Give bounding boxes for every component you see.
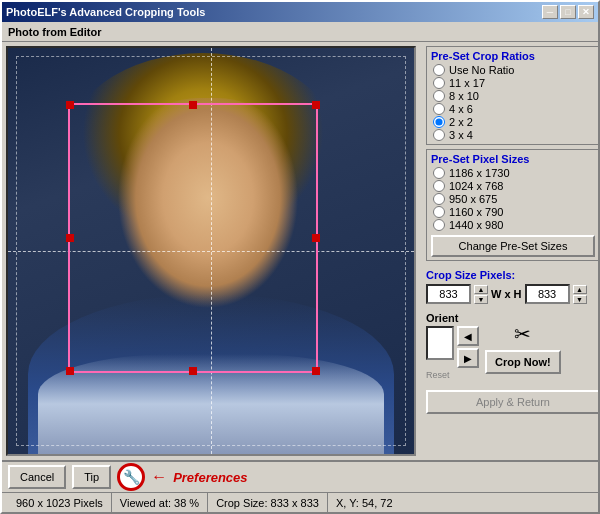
pixel-1160x790[interactable]: 1160 x 790 (433, 206, 595, 218)
orient-right-btn[interactable]: ▶ (457, 348, 479, 368)
pixel-1024x768-label: 1024 x 768 (449, 180, 503, 192)
status-crop-size: Crop Size: 833 x 833 (208, 493, 328, 512)
scissors-icon: ✂ (514, 322, 531, 346)
status-xy: X, Y: 54, 72 (328, 493, 401, 512)
subtitle-bar: Photo from Editor (2, 22, 598, 42)
cancel-button[interactable]: Cancel (8, 465, 66, 489)
pixel-1186x1730-input[interactable] (433, 167, 445, 179)
ratio-3x4[interactable]: 3 x 4 (433, 129, 595, 141)
crop-now-area: ✂ Crop Now! (485, 322, 561, 374)
preferences-arrow-icon: ← (151, 468, 167, 486)
handle-mid-right[interactable] (312, 234, 320, 242)
ratio-2x2-input[interactable] (433, 116, 445, 128)
ratio-3x4-label: 3 x 4 (449, 129, 473, 141)
pixel-950x675[interactable]: 950 x 675 (433, 193, 595, 205)
preset-pixels-section: Pre-Set Pixel Sizes 1186 x 1730 1024 x 7… (426, 149, 598, 261)
ratio-11x17[interactable]: 11 x 17 (433, 77, 595, 89)
ratio-11x17-input[interactable] (433, 77, 445, 89)
change-preset-btn[interactable]: Change Pre-Set Sizes (431, 235, 595, 257)
minimize-button[interactable]: ─ (542, 5, 558, 19)
maximize-button[interactable]: □ (560, 5, 576, 19)
tip-button[interactable]: Tip (72, 465, 111, 489)
handle-bottom-center[interactable] (189, 367, 197, 375)
main-window: PhotoELF's Advanced Cropping Tools ─ □ ✕… (0, 0, 600, 514)
main-area: Pre-Set Crop Ratios Use No Ratio 11 x 17… (2, 42, 598, 460)
pixel-1024x768[interactable]: 1024 x 768 (433, 180, 595, 192)
height-spinners: ▲ ▼ (573, 285, 587, 304)
handle-top-center[interactable] (189, 101, 197, 109)
bottom-bar: Cancel Tip 🔧 ← Preferences (2, 460, 598, 492)
crop-height-input[interactable] (525, 284, 570, 304)
ratio-4x6-input[interactable] (433, 103, 445, 115)
apply-return-button[interactable]: Apply & Return (426, 390, 598, 414)
crop-size-inputs: ▲ ▼ W x H ▲ ▼ (426, 284, 598, 304)
reset-label: Reset (426, 370, 479, 380)
ratio-8x10[interactable]: 8 x 10 (433, 90, 595, 102)
ratio-4x6[interactable]: 4 x 6 (433, 103, 595, 115)
ratio-8x10-input[interactable] (433, 90, 445, 102)
pixel-1440x980-label: 1440 x 980 (449, 219, 503, 231)
pixel-1186x1730-label: 1186 x 1730 (449, 167, 510, 179)
pixel-1440x980[interactable]: 1440 x 980 (433, 219, 595, 231)
ratio-4x6-label: 4 x 6 (449, 103, 473, 115)
orient-section: Orient ◀ ▶ Reset (426, 312, 479, 380)
pixel-1440x980-input[interactable] (433, 219, 445, 231)
pixel-1024x768-input[interactable] (433, 180, 445, 192)
pixel-1160x790-input[interactable] (433, 206, 445, 218)
ratio-no-ratio[interactable]: Use No Ratio (433, 64, 595, 76)
ratio-3x4-input[interactable] (433, 129, 445, 141)
preset-ratios-group: Use No Ratio 11 x 17 8 x 10 4 x 6 (433, 64, 595, 141)
width-down-btn[interactable]: ▼ (474, 295, 488, 304)
photo-panel[interactable] (6, 46, 416, 456)
ratio-8x10-label: 8 x 10 (449, 90, 479, 102)
close-button[interactable]: ✕ (578, 5, 594, 19)
title-bar: PhotoELF's Advanced Cropping Tools ─ □ ✕ (2, 2, 598, 22)
window-title: PhotoELF's Advanced Cropping Tools (6, 6, 205, 18)
orient-crop-row: Orient ◀ ▶ Reset ✂ Crop Now! (426, 312, 598, 380)
ratio-no-ratio-label: Use No Ratio (449, 64, 514, 76)
orient-arrow-btns: ◀ ▶ (457, 326, 479, 368)
orient-preview (426, 326, 454, 360)
status-xy-text: X, Y: 54, 72 (336, 497, 393, 509)
status-pixels-text: 960 x 1023 Pixels (16, 497, 103, 509)
wh-label: W x H (491, 288, 522, 300)
status-pixels: 960 x 1023 Pixels (8, 493, 112, 512)
handle-bottom-left[interactable] (66, 367, 74, 375)
crop-size-label: Crop Size Pixels: (426, 269, 598, 281)
right-panel: Pre-Set Crop Ratios Use No Ratio 11 x 17… (420, 42, 598, 460)
orient-left-btn[interactable]: ◀ (457, 326, 479, 346)
pixel-1160x790-label: 1160 x 790 (449, 206, 503, 218)
height-down-btn[interactable]: ▼ (573, 295, 587, 304)
window-controls: ─ □ ✕ (542, 5, 594, 19)
crop-rectangle[interactable] (68, 103, 318, 373)
preferences-label: Preferences (173, 470, 247, 485)
crop-size-section: Crop Size Pixels: ▲ ▼ W x H ▲ ▼ (426, 269, 598, 304)
crop-now-button[interactable]: Crop Now! (485, 350, 561, 374)
status-viewed-text: Viewed at: 38 % (120, 497, 199, 509)
orient-controls: ◀ ▶ (426, 326, 479, 368)
width-spinners: ▲ ▼ (474, 285, 488, 304)
pixel-1186x1730[interactable]: 1186 x 1730 (433, 167, 595, 179)
wrench-button[interactable]: 🔧 (117, 463, 145, 491)
handle-top-left[interactable] (66, 101, 74, 109)
preset-pixels-group: 1186 x 1730 1024 x 768 950 x 675 1160 x … (433, 167, 595, 231)
preset-ratios-section: Pre-Set Crop Ratios Use No Ratio 11 x 17… (426, 46, 598, 145)
ratio-11x17-label: 11 x 17 (449, 77, 485, 89)
ratio-no-ratio-input[interactable] (433, 64, 445, 76)
handle-mid-left[interactable] (66, 234, 74, 242)
preset-ratios-title: Pre-Set Crop Ratios (431, 50, 595, 62)
pixel-950x675-input[interactable] (433, 193, 445, 205)
status-crop-size-text: Crop Size: 833 x 833 (216, 497, 319, 509)
width-up-btn[interactable]: ▲ (474, 285, 488, 294)
status-viewed: Viewed at: 38 % (112, 493, 208, 512)
crop-width-input[interactable] (426, 284, 471, 304)
height-up-btn[interactable]: ▲ (573, 285, 587, 294)
wrench-icon: 🔧 (123, 469, 140, 485)
ratio-2x2-label: 2 x 2 (449, 116, 473, 128)
handle-top-right[interactable] (312, 101, 320, 109)
preset-pixels-title: Pre-Set Pixel Sizes (431, 153, 595, 165)
pixel-950x675-label: 950 x 675 (449, 193, 497, 205)
ratio-2x2[interactable]: 2 x 2 (433, 116, 595, 128)
subtitle-text: Photo from Editor (8, 26, 102, 38)
handle-bottom-right[interactable] (312, 367, 320, 375)
